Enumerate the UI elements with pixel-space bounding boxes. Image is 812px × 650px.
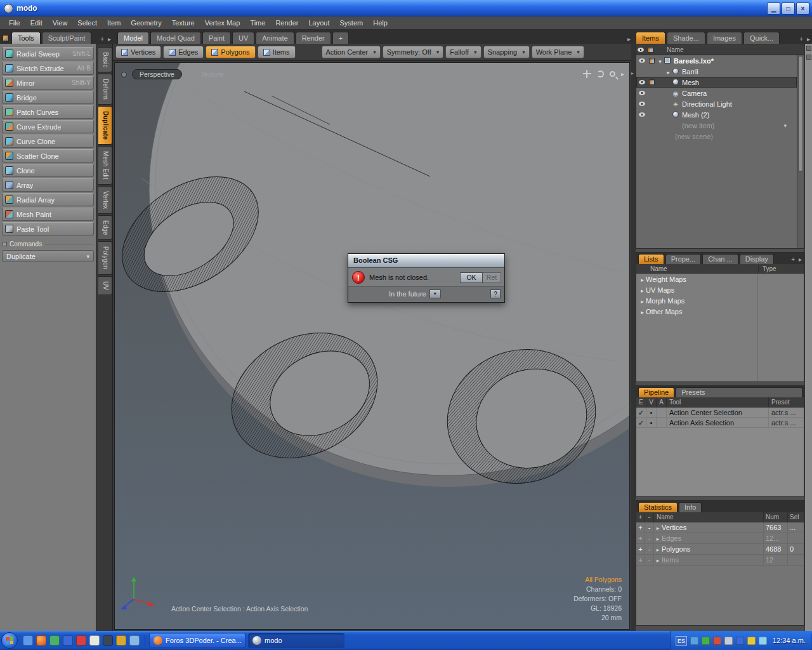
items-mode-button[interactable]: Items: [258, 46, 296, 58]
vtab-edge[interactable]: Edge: [98, 215, 112, 240]
add-to-selection-button[interactable]: +: [636, 544, 645, 554]
menu-help[interactable]: Help: [368, 18, 393, 28]
panel-splitter[interactable]: [631, 44, 636, 631]
viewport-rotate-widget-icon[interactable]: [121, 72, 127, 77]
expander-closed-icon[interactable]: [665, 68, 672, 76]
eye-icon[interactable]: [639, 80, 645, 84]
chevron-down-icon[interactable]: [783, 123, 787, 129]
tool-mirror[interactable]: MirrorShift-Y: [2, 76, 94, 90]
tab-images[interactable]: Images: [707, 32, 742, 44]
menu-view[interactable]: View: [48, 18, 73, 28]
tab-properties[interactable]: Prope...: [665, 254, 702, 264]
work-plane-dropdown[interactable]: Work Plane: [532, 46, 584, 58]
tool-sketch-extrude[interactable]: Sketch ExtrudeAlt-B: [2, 62, 94, 75]
tab-statistics[interactable]: Statistics: [638, 502, 678, 512]
stat-row-items[interactable]: + - Items 12: [636, 555, 804, 566]
action-center-dropdown[interactable]: Action Center: [322, 46, 381, 58]
stat-row-edges[interactable]: + - Edges 12...: [636, 533, 804, 544]
eye-icon[interactable]: [639, 102, 645, 106]
tool-paste-tool[interactable]: Paste Tool: [2, 222, 94, 235]
panel-preset-icon[interactable]: [3, 35, 9, 41]
enable-checkbox[interactable]: ✓: [636, 408, 646, 417]
expander-icon[interactable]: [639, 297, 646, 305]
menu-render[interactable]: Render: [270, 18, 303, 28]
pipeline-row-action-axis[interactable]: ✓ • Action Axis Selection actr.s ...: [636, 418, 804, 428]
tray-icon-6[interactable]: [747, 637, 756, 645]
fx-icon[interactable]: [649, 79, 655, 85]
tab-lists[interactable]: Lists: [638, 254, 664, 264]
item-row-camera[interactable]: Camera: [636, 88, 797, 98]
tool-scatter-clone[interactable]: Scatter Clone: [2, 149, 94, 162]
new-item-row[interactable]: (new item): [636, 120, 797, 131]
quicklaunch-icon-7[interactable]: [103, 635, 113, 646]
retry-button[interactable]: Ret: [483, 272, 501, 283]
tool-mesh-paint[interactable]: Mesh Paint: [2, 208, 94, 221]
tray-icon-7[interactable]: [759, 637, 767, 645]
tool-curve-extrude[interactable]: Curve Extrude: [2, 120, 94, 133]
visible-toggle[interactable]: •: [646, 418, 657, 427]
add-to-selection-button[interactable]: +: [636, 555, 645, 565]
tab-overflow-icon[interactable]: ▸: [797, 256, 804, 264]
tray-icon-2[interactable]: [702, 637, 710, 645]
active-toggle[interactable]: [657, 418, 667, 427]
minimize-button[interactable]: ▁: [767, 3, 780, 15]
expander-icon[interactable]: [654, 534, 662, 542]
quicklaunch-icon-6[interactable]: [89, 635, 100, 646]
polygons-mode-button[interactable]: Polygons: [206, 46, 255, 58]
start-button[interactable]: [1, 632, 18, 649]
tool-clone[interactable]: Clone: [2, 164, 94, 177]
tab-render[interactable]: Render: [296, 32, 331, 44]
tab-overflow-icon[interactable]: ▸: [106, 36, 113, 44]
tray-icon-4[interactable]: [724, 637, 733, 645]
shading-mode-selector[interactable]: Texture: [201, 70, 223, 78]
remove-from-selection-button[interactable]: -: [645, 555, 654, 565]
quicklaunch-icon-5[interactable]: [76, 635, 86, 646]
tray-icon-3[interactable]: [713, 637, 721, 645]
ok-button[interactable]: OK: [460, 272, 483, 283]
remove-from-selection-button[interactable]: -: [645, 522, 654, 533]
tool-radial-sweep[interactable]: Radial SweepShift-L: [2, 47, 94, 60]
tab-shader-tree[interactable]: Shade...: [667, 32, 705, 44]
vtab-polygon[interactable]: Polygon: [98, 241, 112, 274]
vtab-duplicate[interactable]: Duplicate: [98, 106, 112, 145]
list-row-morph-maps[interactable]: Morph Maps: [636, 295, 804, 306]
remove-from-selection-button[interactable]: -: [645, 533, 654, 543]
quicklaunch-icon-1[interactable]: [23, 635, 33, 646]
list-row-weight-maps[interactable]: Weight Maps: [636, 274, 804, 284]
add-right-tab-icon[interactable]: +: [797, 36, 805, 44]
zoom-icon[interactable]: [610, 71, 615, 77]
vtab-uv[interactable]: UV: [98, 276, 112, 295]
menu-texture[interactable]: Texture: [167, 18, 200, 28]
vtab-basic[interactable]: Basic: [98, 47, 112, 72]
tab-info[interactable]: Info: [679, 502, 702, 512]
panel-collapse-icon[interactable]: [806, 55, 811, 60]
tray-icon-1[interactable]: [690, 637, 698, 645]
quicklaunch-icon-4[interactable]: [63, 635, 73, 646]
visible-toggle[interactable]: •: [646, 408, 657, 417]
tool-array[interactable]: Array: [2, 178, 94, 192]
quicklaunch-icon-9[interactable]: [129, 635, 140, 646]
tab-animate[interactable]: Animate: [256, 32, 294, 44]
menu-edit[interactable]: Edit: [25, 18, 48, 28]
tab-channels[interactable]: Chan ...: [702, 254, 738, 264]
task-button-browser[interactable]: Foros 3DPoder. - Crea...: [149, 633, 246, 648]
pipeline-row-action-center[interactable]: ✓ • Action Center Selection actr.s ...: [636, 408, 804, 418]
eye-icon[interactable]: [639, 58, 645, 63]
tab-model-quad[interactable]: Model Quad: [150, 32, 201, 44]
panel-collapse-icon[interactable]: [806, 46, 811, 51]
expander-icon[interactable]: [639, 308, 646, 315]
tab-sculpt-paint[interactable]: Sculpt/Paint: [42, 32, 92, 44]
expander-icon[interactable]: [654, 556, 662, 564]
pan-icon[interactable]: [583, 70, 591, 78]
collapse-icon[interactable]: [3, 242, 7, 246]
language-indicator[interactable]: ES: [676, 636, 687, 646]
menu-file[interactable]: File: [4, 18, 25, 28]
tab-display[interactable]: Display: [740, 254, 774, 264]
quicklaunch-icon-8[interactable]: [116, 635, 126, 646]
taskbar-clock[interactable]: 12:34 a.m.: [773, 637, 806, 644]
item-row-directional-light[interactable]: Directional Light: [636, 98, 797, 109]
perspective-viewport[interactable]: Perspective Texture ▸ Action Center Sele…: [114, 62, 630, 630]
remove-from-selection-button[interactable]: -: [645, 544, 654, 554]
expander-icon[interactable]: [639, 286, 646, 294]
tool-patch-curves[interactable]: Patch Curves: [2, 105, 94, 119]
